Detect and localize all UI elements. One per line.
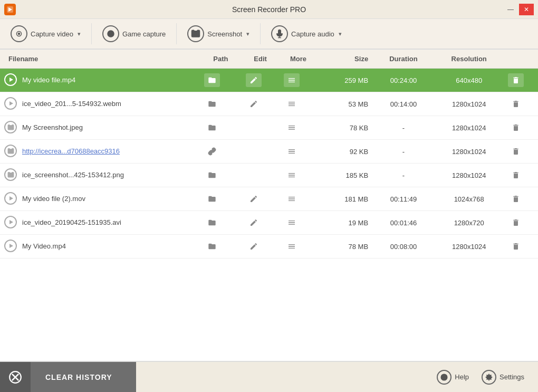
app-icon bbox=[4, 4, 16, 15]
path-cell bbox=[200, 140, 241, 164]
open-folder-button[interactable] bbox=[204, 216, 220, 230]
resolution-cell: 1280x1024 bbox=[435, 140, 504, 164]
open-folder-button[interactable] bbox=[204, 121, 220, 135]
screenshot-icon bbox=[187, 25, 204, 42]
camera-icon bbox=[4, 168, 17, 181]
col-header-duration: Duration bbox=[372, 50, 435, 69]
more-button[interactable] bbox=[284, 121, 300, 135]
toolbar: Capture video ▾ Game capture Screenshot … bbox=[0, 19, 538, 50]
svg-point-3 bbox=[18, 33, 21, 35]
table-row[interactable]: ice_video_201...5-154932.webm 53 MB00:14… bbox=[0, 92, 538, 116]
delete-button[interactable] bbox=[508, 192, 524, 206]
table-row[interactable]: http://icecrea...d70688eacc9316 92 KB-12… bbox=[0, 140, 538, 164]
edit-cell bbox=[242, 69, 280, 92]
size-cell: 19 MB bbox=[318, 211, 373, 235]
duration-cell: - bbox=[372, 140, 435, 164]
edit-button[interactable] bbox=[246, 192, 262, 206]
play-icon[interactable] bbox=[4, 73, 17, 86]
game-capture-button[interactable]: Game capture bbox=[96, 22, 172, 45]
more-button[interactable] bbox=[284, 168, 300, 182]
help-button[interactable]: ? Help bbox=[431, 367, 474, 388]
filename-text: ice_video_20190425-151935.avi bbox=[22, 218, 121, 226]
duration-cell: - bbox=[372, 164, 435, 187]
game-capture-label: Game capture bbox=[122, 30, 166, 38]
more-button[interactable] bbox=[284, 192, 300, 206]
edit-cell bbox=[242, 164, 280, 187]
open-folder-button[interactable] bbox=[204, 73, 220, 87]
capture-video-button[interactable]: Capture video ▾ bbox=[4, 22, 87, 45]
resolution-cell: 1280x1024 bbox=[435, 92, 504, 116]
open-folder-button[interactable] bbox=[204, 240, 220, 253]
minimize-button[interactable]: — bbox=[503, 4, 518, 15]
more-cell bbox=[280, 211, 318, 235]
camera-icon bbox=[4, 121, 17, 133]
window-controls: — ✕ bbox=[503, 4, 534, 15]
play-icon[interactable] bbox=[4, 192, 17, 205]
delete-button[interactable] bbox=[508, 73, 524, 87]
edit-button[interactable] bbox=[246, 216, 262, 230]
edit-cell bbox=[242, 235, 280, 259]
delete-cell bbox=[504, 164, 538, 187]
close-button[interactable]: ✕ bbox=[519, 4, 534, 15]
duration-cell: 00:14:00 bbox=[372, 92, 435, 116]
more-button[interactable] bbox=[284, 73, 300, 87]
more-button[interactable] bbox=[284, 97, 300, 111]
title-bar-left bbox=[4, 4, 16, 15]
size-cell: 78 KB bbox=[318, 116, 373, 140]
screenshot-label: Screenshot bbox=[207, 30, 242, 38]
table-row[interactable]: ice_video_20190425-151935.avi 19 MB00:01… bbox=[0, 211, 538, 235]
open-folder-button[interactable] bbox=[204, 97, 220, 111]
delete-cell bbox=[504, 92, 538, 116]
col-header-edit: Edit bbox=[242, 50, 280, 69]
capture-audio-label: Capture audio bbox=[291, 30, 334, 38]
delete-button[interactable] bbox=[508, 216, 524, 230]
table-row[interactable]: My Screenshot.jpeg 78 KB-1280x1024 bbox=[0, 116, 538, 140]
more-button[interactable] bbox=[284, 216, 300, 230]
col-header-size: Size bbox=[318, 50, 373, 69]
size-cell: 181 MB bbox=[318, 187, 373, 211]
play-icon[interactable] bbox=[4, 216, 17, 228]
svg-point-16 bbox=[9, 150, 12, 152]
settings-button[interactable]: Settings bbox=[476, 367, 530, 388]
delete-button[interactable] bbox=[508, 97, 524, 111]
size-cell: 259 MB bbox=[318, 69, 373, 92]
table-row[interactable]: My Video.mp4 78 MB00:08:001280x1024 bbox=[0, 235, 538, 259]
svg-text:?: ? bbox=[443, 375, 446, 379]
more-button[interactable] bbox=[284, 145, 300, 158]
edit-button[interactable] bbox=[246, 73, 262, 87]
delete-button[interactable] bbox=[508, 240, 524, 253]
clear-x-icon bbox=[8, 370, 22, 384]
delete-button[interactable] bbox=[508, 168, 524, 182]
table-row[interactable]: My video file (2).mov 181 MB00:11:491024… bbox=[0, 187, 538, 211]
play-icon[interactable] bbox=[4, 97, 17, 110]
capture-video-label: Capture video bbox=[31, 30, 73, 38]
clear-history-button[interactable]: CLEAR HISTORY bbox=[0, 362, 136, 392]
delete-cell bbox=[504, 187, 538, 211]
delete-button[interactable] bbox=[508, 145, 524, 158]
filename-text: My Video.mp4 bbox=[22, 242, 66, 250]
more-button[interactable] bbox=[284, 240, 300, 253]
delete-cell bbox=[504, 211, 538, 235]
more-cell bbox=[280, 69, 318, 92]
play-icon[interactable] bbox=[4, 240, 17, 252]
edit-cell bbox=[242, 211, 280, 235]
duration-cell: 00:11:49 bbox=[372, 187, 435, 211]
col-header-filename: Filename bbox=[0, 50, 200, 69]
more-cell bbox=[280, 164, 318, 187]
open-folder-button[interactable] bbox=[204, 192, 220, 206]
delete-cell bbox=[504, 140, 538, 164]
open-link-button[interactable] bbox=[204, 145, 220, 158]
duration-cell: - bbox=[372, 116, 435, 140]
edit-button[interactable] bbox=[246, 97, 262, 111]
delete-button[interactable] bbox=[508, 121, 524, 135]
svg-marker-18 bbox=[9, 196, 13, 200]
table-row[interactable]: ice_screenshot...425-153412.png 185 KB-1… bbox=[0, 164, 538, 187]
svg-marker-19 bbox=[9, 220, 13, 224]
open-folder-button[interactable] bbox=[204, 168, 220, 182]
screenshot-button[interactable]: Screenshot ▾ bbox=[181, 22, 256, 45]
edit-button[interactable] bbox=[246, 240, 262, 253]
toolbar-sep-1 bbox=[91, 23, 92, 44]
help-icon: ? bbox=[437, 370, 451, 385]
capture-audio-button[interactable]: Capture audio ▾ bbox=[265, 22, 348, 45]
table-row[interactable]: My video file.mp4 259 MB00:24:00640x480 bbox=[0, 69, 538, 92]
